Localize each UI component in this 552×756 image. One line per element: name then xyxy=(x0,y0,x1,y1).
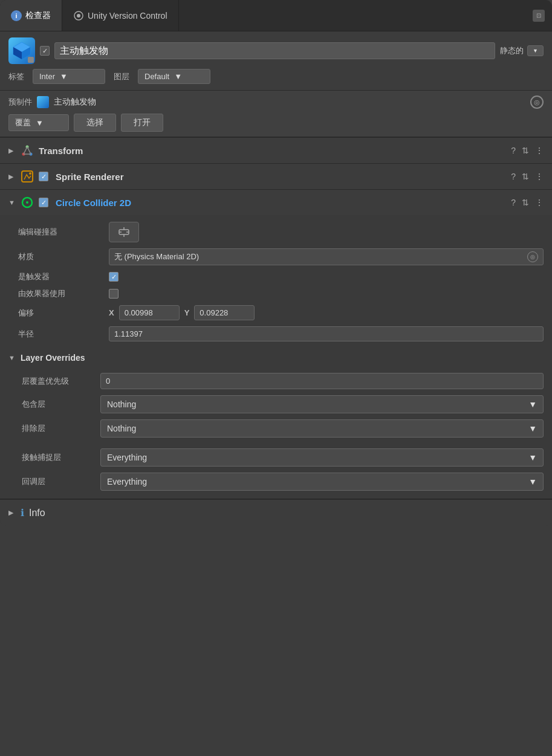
material-field[interactable]: 无 (Physics Material 2D) ◎ xyxy=(109,248,544,265)
callback-layer-dropdown[interactable]: Everything ▼ xyxy=(100,473,544,491)
static-dropdown[interactable]: ▼ xyxy=(527,45,544,56)
trigger-label: 是触发器 xyxy=(18,271,103,282)
callback-layer-row: 回调层 Everything ▼ xyxy=(22,470,544,494)
tag-value: Inter xyxy=(39,72,55,81)
include-layer-row: 包含层 Nothing ▼ xyxy=(22,392,544,416)
offset-y-input[interactable] xyxy=(194,305,255,320)
prefab-label: 预制件 xyxy=(8,97,32,108)
edit-collider-label: 编辑碰撞器 xyxy=(18,227,103,237)
title-bar: i 检查器 Unity Version Control ⊡ xyxy=(0,0,552,31)
transform-more-button[interactable]: ⋮ xyxy=(535,146,544,155)
sprite-renderer-icon xyxy=(21,170,34,183)
sprite-renderer-component: ▶ Sprite Renderer ? ⇅ ⋮ xyxy=(0,164,552,190)
touch-layer-row: 接触捕捉层 Everything ▼ xyxy=(22,445,544,470)
sprite-expand-arrow: ▶ xyxy=(8,173,16,181)
svg-point-13 xyxy=(29,172,31,175)
effector-checkbox[interactable] xyxy=(109,289,119,299)
layer-dropdown[interactable]: Default ▼ xyxy=(138,69,210,84)
layer-value: Default xyxy=(144,72,169,81)
prefab-icon xyxy=(37,96,49,108)
transform-icon xyxy=(21,144,34,157)
transform-title: Transform xyxy=(39,146,506,156)
include-layer-arrow: ▼ xyxy=(528,399,537,409)
exclude-layer-dropdown[interactable]: Nothing ▼ xyxy=(100,419,544,438)
object-icon xyxy=(8,37,35,64)
circle-collider-component: ▼ Circle Collider 2D ? ⇅ ⋮ 编辑碰撞器 xyxy=(0,190,552,499)
overlay-dropdown[interactable]: 覆盖 ▼ xyxy=(8,114,69,131)
include-layer-label: 包含层 xyxy=(22,399,94,410)
layer-overrides-header[interactable]: ▼ Layer Overrides xyxy=(0,348,552,367)
restore-button[interactable]: ⊡ xyxy=(533,10,545,22)
circle-collider-header[interactable]: ▼ Circle Collider 2D ? ⇅ ⋮ xyxy=(0,190,552,215)
unity-vc-tab-label: Unity Version Control xyxy=(88,11,167,21)
sprite-help-button[interactable]: ? xyxy=(511,172,516,181)
main-window: i 检查器 Unity Version Control ⊡ xyxy=(0,0,552,526)
collider-help-button[interactable]: ? xyxy=(511,198,516,207)
active-check[interactable] xyxy=(40,46,50,56)
transform-help-button[interactable]: ? xyxy=(511,146,516,155)
touch-layer-label: 接触捕捉层 xyxy=(22,452,94,463)
circle-collider-actions: ? ⇅ ⋮ xyxy=(511,198,544,207)
layer-label: 图层 xyxy=(114,71,129,82)
layer-overrides-arrow: ▼ xyxy=(8,354,16,361)
include-layer-dropdown[interactable]: Nothing ▼ xyxy=(100,395,544,413)
inspector-header: 静态的 ▼ 标签 Inter ▼ 图层 Default ▼ xyxy=(0,31,552,91)
inspector-tab-icon: i xyxy=(11,10,22,21)
object-active-checkbox[interactable] xyxy=(40,46,50,56)
spacer xyxy=(22,441,544,445)
transform-expand-arrow: ▶ xyxy=(8,147,16,155)
exclude-layer-arrow: ▼ xyxy=(528,424,537,433)
priority-row: 层覆盖优先级 xyxy=(22,370,544,392)
sprite-renderer-header[interactable]: ▶ Sprite Renderer ? ⇅ ⋮ xyxy=(0,164,552,189)
edit-collider-button[interactable] xyxy=(109,222,139,242)
sprite-settings-button[interactable]: ⇅ xyxy=(522,172,529,181)
overlay-label: 覆盖 xyxy=(15,117,31,128)
inspector-tab-label: 检查器 xyxy=(25,10,51,21)
sprite-more-button[interactable]: ⋮ xyxy=(535,172,544,181)
window-controls: ⊡ xyxy=(533,10,552,22)
trigger-checkbox[interactable] xyxy=(109,272,119,282)
collider-more-button[interactable]: ⋮ xyxy=(535,198,544,207)
svg-line-9 xyxy=(24,147,27,154)
prefab-row: 预制件 主动触发物 ◎ xyxy=(8,95,544,109)
object-name-input[interactable] xyxy=(54,42,495,59)
object-row: 静态的 ▼ xyxy=(8,37,544,64)
material-target-button[interactable]: ◎ xyxy=(527,251,538,262)
static-label: 静态的 xyxy=(500,45,524,56)
info-title: Info xyxy=(29,508,45,519)
radius-input[interactable] xyxy=(109,326,544,341)
collider-expand-arrow: ▼ xyxy=(8,199,16,206)
exclude-layer-label: 排除层 xyxy=(22,423,94,434)
transform-settings-button[interactable]: ⇅ xyxy=(522,146,529,155)
trigger-row: 是触发器 xyxy=(18,268,544,285)
touch-layer-dropdown[interactable]: Everything ▼ xyxy=(100,448,544,467)
static-row: 静态的 ▼ xyxy=(500,45,544,56)
prefab-target-button[interactable]: ◎ xyxy=(530,95,544,109)
layer-overrides-title: Layer Overrides xyxy=(21,353,85,363)
circle-collider-title: Circle Collider 2D xyxy=(56,198,506,208)
info-section[interactable]: ▶ ℹ Info xyxy=(0,499,552,526)
select-button[interactable]: 选择 xyxy=(74,114,116,132)
cube-svg xyxy=(11,40,33,62)
exclude-layer-row: 排除层 Nothing ▼ xyxy=(22,416,544,441)
priority-label: 层覆盖优先级 xyxy=(22,376,94,387)
cube-overlay xyxy=(28,57,34,63)
collider-settings-button[interactable]: ⇅ xyxy=(522,198,529,207)
tag-arrow: ▼ xyxy=(60,72,68,81)
layer-overrides-props: 层覆盖优先级 包含层 Nothing ▼ 排除层 Nothing ▼ xyxy=(0,367,552,499)
tag-dropdown[interactable]: Inter ▼ xyxy=(33,69,105,84)
transform-header[interactable]: ▶ Transform ? ⇅ ⋮ xyxy=(0,138,552,163)
offset-x-input[interactable] xyxy=(119,305,180,320)
info-icon: ℹ xyxy=(21,507,24,519)
radius-label: 半径 xyxy=(18,329,103,340)
sprite-renderer-checkbox[interactable] xyxy=(39,172,48,181)
touch-layer-arrow: ▼ xyxy=(528,453,537,462)
effector-label: 由效果器使用 xyxy=(18,288,103,299)
open-button[interactable]: 打开 xyxy=(121,114,163,132)
edit-collider-row: 编辑碰撞器 xyxy=(18,219,544,245)
priority-input[interactable] xyxy=(100,373,544,389)
tab-unity-version-control[interactable]: Unity Version Control xyxy=(62,0,179,31)
circle-collider-checkbox[interactable] xyxy=(39,198,48,207)
offset-label: 偏移 xyxy=(18,308,103,318)
tab-inspector[interactable]: i 检查器 xyxy=(0,0,62,31)
